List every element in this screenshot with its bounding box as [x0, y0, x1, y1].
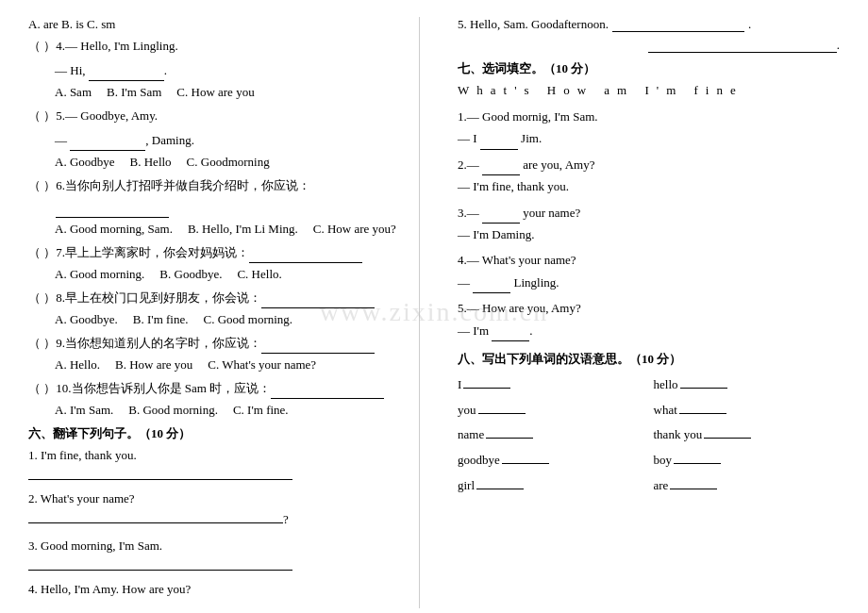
vocab-you: you	[458, 399, 644, 422]
fill-item-4: 4.— What's your name? — Lingling.	[458, 249, 840, 293]
q9-options: A. Hello. B. How are you C. What's your …	[55, 357, 409, 373]
vocab-thankyou: thank you	[654, 423, 841, 447]
trans-3-text: 3. Good morning, I'm Sam.	[28, 538, 409, 554]
section8-title: 八、写出下列单词的汉语意思。（10 分）	[458, 351, 840, 368]
fill-item-2: 2.— are you, Amy? — I'm fine, thank you.	[458, 154, 840, 198]
q8-text: 8.早上在校门口见到好朋友，你会说：	[56, 288, 409, 308]
q4-blank	[89, 68, 164, 81]
bracket-10: （ ）	[28, 378, 56, 399]
vocab-hello: hello	[654, 373, 841, 397]
trans-item-4: 4. Hello, I'm Amy. How are you?	[28, 582, 409, 597]
top-options: A. are B. is C. sm	[28, 17, 409, 32]
q4-options: A. Sam B. I'm Sam C. How are you	[55, 85, 409, 100]
vocab-word-are: are	[654, 474, 669, 498]
question-9: （ ） 9.当你想知道别人的名字时，你应说： A. Hello. B. How …	[28, 333, 409, 373]
vocab-word-goodbye: goodbye	[458, 449, 500, 472]
vocab-boy: boy	[654, 449, 841, 472]
q9-opt-a: A. Hello.	[55, 357, 100, 373]
q6-opt-b: B. Hello, I'm Li Ming.	[188, 222, 298, 237]
vocab-what: what	[654, 399, 841, 422]
trans-item-1: 1. I'm fine, thank you.	[28, 448, 409, 480]
q9-blank	[261, 340, 375, 354]
q7-text: 7.早上上学离家时，你会对妈妈说：	[56, 242, 409, 263]
q6-opt-a: A. Good morning, Sam.	[55, 222, 173, 237]
trans-item-3: 3. Good morning, I'm Sam.	[28, 538, 409, 571]
question-7: （ ） 7.早上上学离家时，你会对妈妈说： A. Good morning. B…	[28, 242, 409, 282]
vocab-word-girl: girl	[458, 474, 475, 498]
q9-opt-b: B. How are you	[115, 357, 192, 373]
question-5: （ ） 5.— Goodbye, Amy. — , Daming. A. Goo…	[28, 106, 409, 170]
fill-5-blank	[492, 328, 529, 341]
trans-2-line	[28, 510, 283, 523]
question-6: （ ） 6.当你向别人打招呼并做自我介绍时，你应说： A. Good morni…	[28, 175, 409, 236]
q5-reply: — , Daming.	[55, 130, 194, 151]
right-q5: 5. Hello, Sam. Goodafternoon. .	[458, 17, 840, 32]
fill-item-3: 3.— your name? — I'm Daming.	[458, 202, 840, 246]
q9-opt-c: C. What's your name?	[208, 357, 316, 373]
q7-blank	[249, 250, 362, 263]
q6-text: 6.当你向别人打招呼并做自我介绍时，你应说：	[56, 175, 409, 217]
fill-2-blank	[482, 162, 520, 175]
q6-options: A. Good morning, Sam. B. Hello, I'm Li M…	[55, 222, 409, 237]
vocab-word-name: name	[458, 423, 484, 447]
vocab-blank-are	[670, 476, 717, 489]
trans-1-line	[28, 467, 292, 480]
right-column: 5. Hello, Sam. Goodafternoon. . . 七、选词填空…	[448, 17, 840, 608]
vocab-word-hello: hello	[654, 373, 678, 397]
q9-text: 9.当你想知道别人的名字时，你应说：	[56, 333, 409, 354]
vocab-blank-you	[478, 401, 526, 414]
trans-2-end: ?	[283, 512, 289, 526]
q4-opt-c: C. How are you	[176, 85, 254, 100]
q8-options: A. Goodbye. B. I'm fine. C. Good morning…	[55, 312, 409, 327]
fill-4-blank	[473, 280, 510, 293]
vocab-name: name	[458, 423, 644, 447]
q8-opt-c: C. Good morning.	[203, 312, 292, 327]
right-q5-blank	[612, 19, 744, 32]
q10-options: A. I'm Sam. B. Good morning. C. I'm fine…	[55, 403, 409, 418]
bracket-9: （ ）	[28, 333, 56, 354]
vocab-blank-girl	[476, 476, 524, 489]
trans-1-text: 1. I'm fine, thank you.	[28, 448, 409, 463]
vocab-grid: I hello you what name thank you	[458, 373, 840, 497]
vocab-word-you: you	[458, 399, 476, 422]
fill-item-1: 1.— Good mornig, I'm Sam. — I Jim.	[458, 106, 840, 150]
q8-blank	[261, 295, 375, 308]
question-10: （ ） 10.当你想告诉别人你是 Sam 时，应说： A. I'm Sam. B…	[28, 378, 409, 418]
q5-opt-c: C. Goodmorning	[187, 155, 270, 170]
q7-options: A. Good morning. B. Goodbye. C. Hello.	[55, 267, 409, 282]
question-8: （ ） 8.早上在校门口见到好朋友，你会说： A. Goodbye. B. I'…	[28, 288, 409, 327]
q7-opt-b: B. Goodbye.	[159, 267, 222, 282]
q5-blank	[70, 138, 145, 151]
vocab-are: are	[654, 474, 841, 498]
word-bank: What's How am I'm fine	[458, 83, 840, 98]
vocab-blank-hello	[680, 375, 727, 389]
right-q5-dot: .	[748, 17, 751, 32]
bracket-6: （ ）	[28, 175, 56, 196]
q5-text: 5.— Goodbye, Amy.	[56, 106, 409, 126]
section6-title: 六、翻译下列句子。（10 分）	[28, 425, 409, 442]
vocab-blank-name	[486, 425, 533, 439]
q6-blank	[56, 205, 169, 218]
bracket-7: （ ）	[28, 242, 56, 263]
q8-opt-a: A. Goodbye.	[55, 312, 118, 327]
bracket-8: （ ）	[28, 288, 56, 308]
trans-item-2: 2. What's your name? ?	[28, 491, 409, 527]
q10-opt-b: B. Good morning.	[128, 403, 218, 418]
q5-opt-a: A. Goodbye	[55, 155, 115, 170]
fill-3-blank	[482, 210, 520, 224]
vocab-girl: girl	[458, 474, 644, 498]
fill-1-blank	[480, 137, 518, 150]
q10-opt-c: C. I'm fine.	[233, 403, 289, 418]
right-q5-blank2	[648, 40, 837, 53]
q4-text: 4.— Hello, I'm Lingling.	[56, 36, 409, 57]
bracket-4: （ ）	[28, 36, 56, 57]
vocab-I: I	[458, 373, 644, 397]
q10-text: 10.当你想告诉别人你是 Sam 时，应说：	[56, 378, 409, 399]
fill-item-5: 5.— How are you, Amy? — I'm .	[458, 297, 840, 341]
vocab-blank-I	[463, 375, 510, 389]
q5-options: A. Goodbye B. Hello C. Goodmorning	[55, 155, 409, 170]
q4-opt-b: B. I'm Sam	[107, 85, 161, 100]
vocab-word-what: what	[654, 399, 677, 422]
q4-reply: — Hi, .	[55, 60, 167, 81]
vocab-blank-what	[679, 401, 726, 414]
